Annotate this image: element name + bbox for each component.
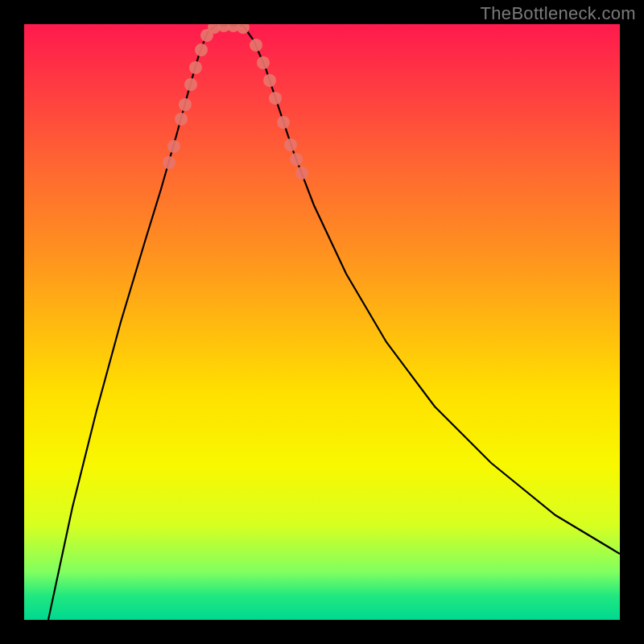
watermark-text: TheBottleneck.com: [481, 3, 636, 24]
dot-left-dots: [167, 140, 180, 153]
series-right-curve: [243, 26, 620, 554]
dot-right-dots: [250, 39, 262, 52]
curve-group: [48, 26, 620, 620]
dot-left-dots: [179, 98, 192, 111]
dot-right-dots: [263, 74, 276, 87]
series-left-curve: [48, 26, 216, 620]
dot-left-dots: [184, 78, 197, 91]
chart-frame: TheBottleneck.com: [0, 0, 644, 644]
dot-left-dots: [189, 61, 202, 74]
dot-right-dots: [284, 138, 297, 151]
dot-right-dots: [277, 116, 290, 129]
dot-right-dots: [295, 167, 308, 180]
scatter-group: [163, 24, 308, 180]
dot-left-dots: [195, 43, 208, 56]
dot-left-dots: [163, 156, 175, 169]
dot-right-dots: [257, 56, 270, 69]
plot-area: [24, 24, 620, 620]
dot-right-dots: [269, 92, 282, 105]
dot-right-dots: [290, 153, 303, 166]
dot-left-dots: [175, 113, 188, 126]
chart-svg: [24, 24, 620, 620]
